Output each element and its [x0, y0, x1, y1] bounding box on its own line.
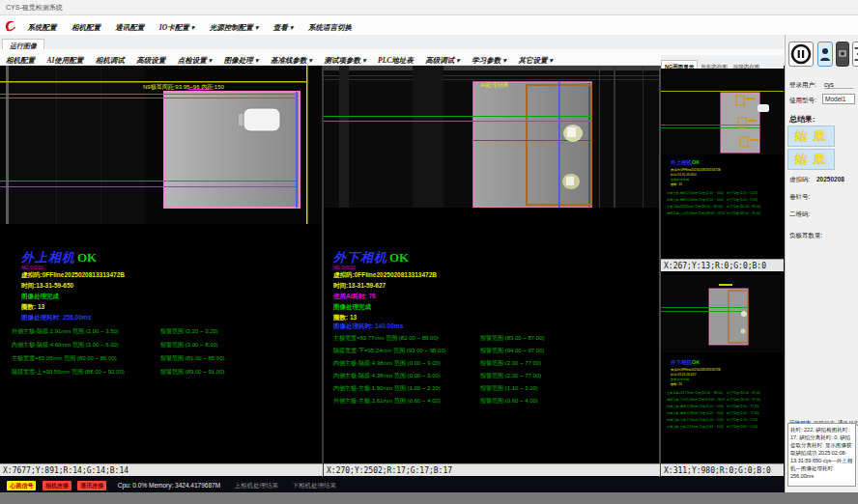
measurement-value: 隔膜宽度-上=90.56mm 范围:(88.00 ~ 92.00): [12, 368, 125, 377]
window-titlebar: CYS-视觉检测系统: [0, 0, 858, 15]
left-code-line: 虚拟码:0FFline2025020813313472B: [21, 271, 125, 280]
thumb-measurement-row: 内侧主极-隔膜:4.60mm 范围:(3.00 ~ 6.00) 报警范围:(3.…: [667, 198, 783, 204]
thumb-b-title: 外下相机OK: [671, 359, 700, 366]
model-value-input[interactable]: Model1: [822, 94, 855, 104]
center-camera-ok: OK: [389, 250, 409, 265]
measurement-row: 内侧主极-隔膜:4.38mm 范围:(0.00 ~ 9.00) 报警范围:(2.…: [333, 359, 657, 369]
right-sidebar: 登录用户: cys 使用型号: Model1 总结果: 结 果 结 果 虚拟码:…: [785, 35, 858, 492]
thumbnail-tabs: NG画面显示所有内存图故障内存图: [661, 55, 784, 70]
cpu-memory-readout: Cpu: 0.0% Memory: 3424.4179687M: [118, 482, 220, 489]
center-ai-line: 使用AI耗时: 76: [333, 293, 376, 301]
measurement-value: 主极宽度=83.05mm 范围:(80.00 ~ 86.00): [12, 354, 117, 363]
app-logo-icon: [4, 18, 17, 32]
virtual-code-label: 虚拟码:: [789, 176, 810, 184]
thumb-measurement-alarm: 报警范围:(2.00 ~ 77.00): [727, 405, 759, 408]
thumb-measurement-row: 外侧主极-主极:2.61mm 范围:(0.60 ~ 4.00) 报警范围:(0.…: [667, 425, 783, 431]
measurement-value: 内侧主极-隔膜:4.60mm 范围:(3.00 ~ 6.00): [12, 341, 119, 350]
thumb-measurement-row: 内侧主极-主极:1.90mm 范围:(1.00 ~ 2.20) 报警范围:(1.…: [667, 418, 783, 424]
thumb-measurement-row: 内侧主极-隔膜:4.38mm 范围:(0.00 ~ 9.00) 报警范围:(2.…: [667, 405, 783, 410]
log-output[interactable]: 耗时: 222, 缺陷检图耗时: 17, 缺陷分离耗时: 0, 缺陷提取分离耗时…: [787, 423, 856, 487]
thumb-measurement-row: 主极宽度=83.77mm 范围:(82.00 ~ 88.00) 报警范围:(83…: [667, 391, 783, 397]
center-turns-line: 圈数: 13: [333, 314, 357, 322]
measurement-alarm: 报警范围:(83.00 ~ 87.00): [480, 334, 545, 343]
thumb-b-turns-line: 圈数: 13: [671, 382, 682, 386]
thumb-measurement-alarm: 报警范围:(94.00 ~ 97.00): [727, 398, 760, 402]
thumb-measurement-alarm: 报警范围:(2.00 ~ 77.00): [727, 411, 759, 415]
thumb-measurement-row: 隔膜宽度-下=95.24mm 范围:(93.00 ~ 98.00) 报警范围:(…: [667, 398, 783, 404]
thumb-measurement-row: 外侧主极-隔膜:2.91mm 范围:(2.00 ~ 3.50) 报警范围:(2.…: [667, 191, 783, 197]
exit-button[interactable]: [852, 42, 858, 67]
center-done-line: 图像处理完成: [333, 303, 371, 312]
center-code-line: 虚拟码:0FFline2025020813313472B: [333, 271, 437, 280]
login-user-label: 登录用户:: [789, 81, 816, 90]
comm-connect-status-badge: 通讯连接: [77, 481, 106, 490]
virtual-code-value: 20250208: [816, 176, 844, 182]
tab-count-label: 负极耳数量:: [789, 232, 822, 240]
thumb-measurement-value: 内侧主极-隔膜:4.38mm 范围:(0.00 ~ 9.00): [667, 405, 724, 408]
login-user-button[interactable]: [817, 42, 833, 67]
device-button[interactable]: [836, 42, 849, 67]
thumb-measurement-alarm: 报警范围:(1.10 ~ 2.10): [727, 418, 758, 422]
left-camera-ok: OK: [77, 250, 97, 265]
result-indicator-2: 结 果: [787, 149, 835, 170]
measurement-alarm: 报警范围:(89.00 ~ 91.00): [160, 368, 225, 377]
thumb-a-done-line: 图像处理完成: [671, 178, 689, 182]
thumb-b-time-line: 时间:13-31-59-627: [671, 373, 696, 377]
measurement-value: 内侧主极-主极:1.90mm 范围:(1.00 ~ 2.20): [333, 384, 441, 393]
measurement-row: 内侧主极-主极:1.90mm 范围:(1.00 ~ 2.20) 报警范围:(1.…: [333, 384, 657, 394]
thumb-measurement-value: 隔膜宽度-下=95.24mm 范围:(93.00 ~ 98.00): [667, 398, 725, 402]
thumb-b-ok: OK: [692, 359, 700, 365]
qr-code-label: 二维码:: [789, 210, 810, 219]
thumb-measurement-value: 外侧主极-主极:2.61mm 范围:(0.60 ~ 4.00): [667, 425, 724, 429]
thumb-b-coordinate-bar: X:311;Y:980;R:0;G:0;B:0: [661, 463, 784, 476]
thumb-measurement-value: 内侧主极-隔膜:4.60mm 范围:(3.00 ~ 6.00): [667, 198, 724, 202]
center-elapsed-line: 图像处理耗时: 140.00ms: [333, 322, 403, 331]
measurement-row: 内侧主极-隔膜:4.60mm 范围:(3.00 ~ 6.00) 报警范围:(3.…: [12, 341, 321, 350]
winding-pin-label: 卷针号:: [789, 193, 810, 202]
measurement-alarm: 报警范围:(81.00 ~ 85.00): [160, 354, 225, 363]
measurement-value: 外侧主极-主极:2.61mm 范围:(0.60 ~ 4.00): [333, 397, 441, 406]
camera-connect-status-badge: 相机连接: [43, 481, 72, 490]
measurement-row: 隔膜宽度-下=95.24mm 范围:(93.00 ~ 98.00) 报警范围:(…: [333, 347, 657, 356]
measurement-value: 隔膜宽度-下=95.24mm 范围:(93.00 ~ 98.00): [333, 347, 446, 355]
measurement-row: 内侧主极-隔膜:4.38mm 范围:(0.00 ~ 9.00) 报警范围:(2.…: [333, 372, 657, 381]
thumb-measurement-row: 隔膜宽度-上=90.56mm 范围:(88.00 ~ 92.00) 报警范围:(…: [667, 211, 783, 217]
left-camera-name: 外上相机: [21, 250, 75, 265]
left-done-line: 图像处理完成: [21, 293, 59, 301]
model-label: 使用型号:: [789, 97, 816, 105]
center-camera-name: 外下相机: [333, 250, 387, 265]
login-user-value[interactable]: cys: [824, 81, 853, 89]
thumb-a-code-line: 虚拟码:0FFline2025020813313472B: [671, 168, 721, 172]
thumb-measurement-value: 内侧主极-主极:1.90mm 范围:(1.00 ~ 2.20): [667, 418, 724, 422]
measurement-alarm: 报警范围:(2.20 ~ 3.20): [160, 327, 218, 336]
measurement-row: 主极宽度=83.77mm 范围:(82.00 ~ 88.00) 报警范围:(83…: [333, 334, 657, 344]
thumb-measurement-alarm: 报警范围:(3.00 ~ 8.00): [727, 198, 758, 202]
thumb-measurement-row: 主极宽度=83.05mm 范围:(80.00 ~ 86.00) 报警范围:(81…: [667, 205, 783, 210]
measurement-alarm: 报警范围:(3.00 ~ 8.00): [160, 341, 218, 350]
thumb-b-camera-name: 外下相机: [671, 359, 692, 365]
thumbnail-panel-lower[interactable]: 外下相机OK 虚拟码:0FFline2025020813313472B 时间:1…: [661, 271, 784, 463]
window-title: CYS-视觉检测系统: [6, 4, 63, 11]
result-indicator-1: 结 果: [787, 126, 835, 147]
pause-button[interactable]: [788, 42, 814, 67]
left-turns-line: 圈数: 13: [21, 303, 44, 312]
left-elapsed-line: 图像处理耗时: 256.00ms: [21, 314, 91, 322]
thumb-a-title: 外上相机OK: [671, 159, 700, 166]
thumb-measurement-value: 主极宽度=83.05mm 范围:(80.00 ~ 86.00): [667, 205, 723, 209]
left-ng-line: NG:0;0/10: [21, 265, 43, 270]
thumb-a-turns-line: 圈数: 13: [671, 182, 682, 186]
thumbnail-panel-upper[interactable]: 外上相机OK 虚拟码:0FFline2025020813313472B 时间:1…: [661, 69, 784, 259]
thumb-measurement-alarm: 报警范围:(2.20 ~ 3.20): [727, 191, 758, 195]
total-result-label: 总结果:: [789, 114, 815, 125]
measurement-alarm: 报警范围:(1.10 ~ 2.10): [480, 384, 538, 393]
measurement-alarm: 报警范围:(2.00 ~ 77.00): [480, 359, 541, 368]
left-image-annotation: N9极耳间距:93.95~96 内距:150: [143, 83, 224, 92]
lower-camera-result-status: 下相机处理结果: [292, 482, 336, 489]
thumb-measurement-value: 隔膜宽度-上=90.56mm 范围:(88.00 ~ 92.00): [667, 211, 725, 215]
thumb-measurement-value: 内侧主极-隔膜:4.38mm 范围:(0.00 ~ 9.00): [667, 411, 724, 415]
thumb-measurement-alarm: 报警范围:(0.60 ~ 4.00): [727, 425, 758, 429]
thumb-measurement-alarm: 报警范围:(89.00 ~ 91.00): [727, 211, 760, 215]
thumb-measurement-alarm: 报警范围:(81.00 ~ 85.00): [727, 205, 760, 209]
center-image-annotation: AI处理结果: [480, 81, 509, 90]
measurement-alarm: 报警范围:(94.00 ~ 97.00): [480, 347, 545, 355]
